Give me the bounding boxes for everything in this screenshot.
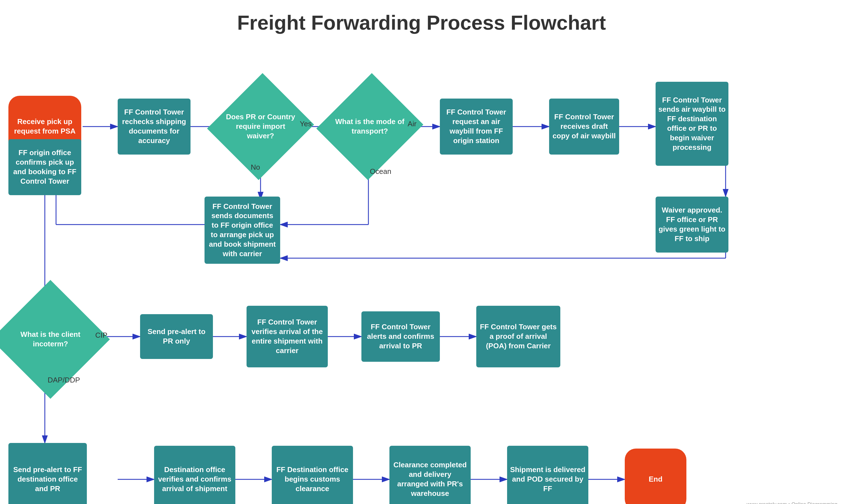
client-incoterm-diamond: What is the client incoterm?: [8, 298, 92, 381]
customs-clearance-box: FF Destination office begins customs cle…: [272, 446, 353, 504]
send-prealert-pr-box: Send pre-alert to PR only: [140, 314, 213, 359]
waiver-approved-box: Waiver approved. FF office or PR gives g…: [655, 197, 728, 253]
sends-air-waybill-box: FF Control Tower sends air waybill to FF…: [655, 82, 728, 166]
origin-confirms-box: FF origin office confirms pick up and bo…: [8, 139, 81, 195]
request-air-waybill-box: FF Control Tower request an air waybill …: [440, 98, 513, 155]
page-title: Freight Forwarding Process Flowchart: [0, 0, 843, 40]
proof-of-arrival-box: FF Control Tower gets a proof of arrival…: [476, 306, 560, 367]
verifies-arrival-carrier-box: FF Control Tower verifies arrival of the…: [247, 306, 328, 367]
receives-draft-box: FF Control Tower receives draft copy of …: [549, 98, 619, 155]
yes-label: Yes: [300, 120, 312, 128]
watermark: www.creately.com • Online Diagramming: [747, 502, 838, 504]
cip-label: CIP: [95, 331, 107, 340]
dap-ddp-label: DAP/DDP: [48, 376, 80, 384]
flowchart-container: Receive pick up request from PSA FF Cont…: [0, 40, 843, 504]
sends-documents-box: FF Control Tower sends documents to FF o…: [205, 197, 280, 264]
recheck-shipping-box: FF Control Tower rechecks shipping docum…: [118, 98, 191, 155]
alerts-confirms-pr-box: FF Control Tower alerts and confirms arr…: [362, 311, 440, 362]
no-label: No: [251, 163, 260, 172]
send-prealert-ff-box: Send pre-alert to FF destination office …: [8, 443, 87, 504]
ocean-label: Ocean: [370, 167, 391, 176]
shipment-delivered-box: Shipment is delivered and POD secured by…: [507, 446, 589, 504]
destination-verifies-box: Destination office verifies and confirms…: [154, 446, 235, 504]
mode-transport-diamond: What is the mode of transport?: [333, 87, 406, 166]
does-pr-diamond: Does PR or Country require import waiver…: [224, 87, 297, 166]
end-box: End: [625, 449, 686, 504]
air-label: Air: [408, 120, 417, 128]
clearance-delivery-box: Clearance completed and delivery arrange…: [389, 446, 471, 504]
